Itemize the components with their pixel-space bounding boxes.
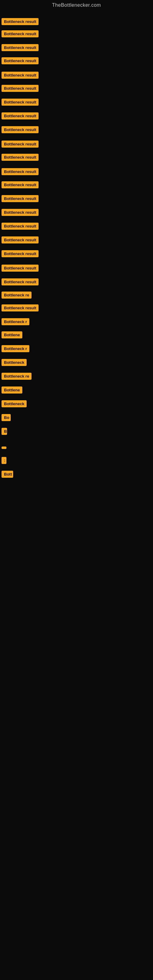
bottleneck-result-item: Bottleneck: [2, 400, 27, 409]
bottleneck-result-item: Bottleneck result: [2, 250, 38, 258]
bottleneck-result-item: Bo: [2, 414, 11, 422]
bottleneck-result-item: Bottleneck result: [2, 195, 38, 204]
bottleneck-badge: Bottleneck result: [2, 57, 38, 64]
bottleneck-result-item: B: [2, 428, 7, 436]
bottleneck-badge: Bottleneck result: [2, 112, 38, 119]
bottleneck-result-item: Bottleneck result: [2, 126, 38, 134]
bottleneck-badge: Bottleneck result: [2, 126, 38, 133]
bottleneck-badge: Bottleneck: [2, 359, 27, 366]
bottleneck-badge: Bottleneck result: [2, 18, 38, 25]
bottleneck-result-item: :: [2, 457, 6, 465]
bottleneck-badge: Bottleneck result: [2, 140, 38, 148]
bottleneck-result-item: Bottleneck result: [2, 236, 38, 245]
bottleneck-badge: :: [2, 457, 6, 464]
bottleneck-result-item: Bottleneck result: [2, 154, 38, 162]
site-title: TheBottlenecker.com: [0, 0, 153, 10]
bottleneck-result-item: Bottleneck re: [2, 291, 32, 300]
bottleneck-result-item: Bott: [2, 471, 13, 479]
bottleneck-result-item: Bottleneck result: [2, 168, 38, 177]
bottleneck-badge: Bottleneck re: [2, 373, 32, 380]
bottleneck-result-item: Bottleneck result: [2, 112, 38, 121]
bottleneck-badge: Bottleneck result: [2, 223, 38, 230]
bottleneck-badge: Bottleneck result: [2, 30, 38, 37]
bottleneck-badge: Bottleneck result: [2, 72, 38, 79]
bottleneck-badge: Bottleneck: [2, 400, 27, 407]
bottleneck-badge: Bottleneck result: [2, 85, 38, 92]
bottleneck-result-item: Bottleneck result: [2, 278, 38, 286]
bottleneck-badge: Bott: [2, 471, 13, 478]
bottleneck-badge: Bottlene: [2, 387, 22, 393]
bottleneck-result-item: Bottleneck r: [2, 318, 29, 326]
bottleneck-badge: Bottleneck result: [2, 154, 38, 161]
bottleneck-result-item: Bottleneck result: [2, 99, 38, 107]
bottleneck-badge: Bo: [2, 414, 11, 421]
bottleneck-badge: [2, 447, 6, 449]
bottleneck-badge: B: [2, 428, 7, 435]
bottleneck-result-item: Bottleneck result: [2, 30, 38, 38]
bottleneck-result-item: Bottleneck re: [2, 373, 32, 381]
bottleneck-result-item: Bottlene: [2, 331, 22, 340]
bottleneck-result-item: Bottleneck result: [2, 265, 38, 273]
bottleneck-badge: Bottleneck result: [2, 181, 38, 188]
bottleneck-badge: Bottleneck result: [2, 209, 38, 216]
bottleneck-badge: Bottleneck result: [2, 265, 38, 272]
bottleneck-result-item: Bottlene: [2, 387, 22, 395]
bottleneck-result-item: Bottleneck result: [2, 304, 38, 313]
bottleneck-result-item: Bottleneck result: [2, 57, 38, 65]
bottleneck-badge: Bottleneck result: [2, 278, 38, 285]
bottleneck-result-item: Bottleneck r: [2, 345, 29, 353]
bottleneck-badge: Bottleneck result: [2, 236, 38, 243]
bottleneck-badge: Bottleneck r: [2, 318, 29, 325]
bottleneck-badge: Bottleneck result: [2, 99, 38, 106]
bottleneck-result-item: [2, 445, 6, 450]
bottleneck-badge: Bottleneck result: [2, 304, 38, 312]
bottleneck-result-item: Bottleneck result: [2, 18, 38, 26]
bottleneck-result-item: Bottleneck result: [2, 85, 38, 93]
bottleneck-result-item: Bottleneck result: [2, 72, 38, 80]
bottleneck-result-item: Bottleneck: [2, 359, 27, 367]
bottleneck-badge: Bottleneck result: [2, 250, 38, 257]
bottleneck-result-item: Bottleneck result: [2, 44, 38, 52]
bottleneck-result-item: Bottleneck result: [2, 181, 38, 189]
bottleneck-result-item: Bottleneck result: [2, 140, 38, 149]
bottleneck-badge: Bottleneck result: [2, 195, 38, 202]
bottleneck-badge: Bottleneck result: [2, 168, 38, 175]
bottleneck-badge: Bottleneck re: [2, 291, 32, 299]
bottleneck-badge: Bottleneck r: [2, 345, 29, 352]
bottleneck-result-item: Bottleneck result: [2, 223, 38, 231]
bottleneck-badge: Bottlene: [2, 331, 22, 339]
bottleneck-badge: Bottleneck result: [2, 44, 38, 51]
bottleneck-result-item: Bottleneck result: [2, 209, 38, 217]
